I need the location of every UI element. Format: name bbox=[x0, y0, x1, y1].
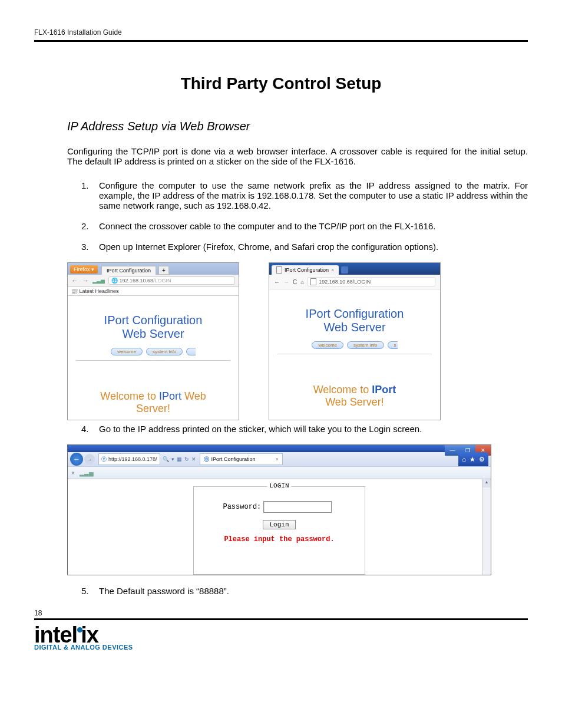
page-icon bbox=[310, 278, 316, 285]
section-heading: IP Address Setup via Web Browser bbox=[67, 120, 528, 133]
firefox-tab[interactable]: IPort Configuration bbox=[101, 266, 156, 275]
ie-screenshot: — ❐ ✕ ← → ⓔ http://192.168.0.178/ 🔍▾ ▦ ↻… bbox=[67, 444, 491, 575]
home-icon[interactable]: ⌂ bbox=[462, 456, 466, 463]
page-title: Third Party Control Setup bbox=[34, 74, 528, 93]
ie-tab[interactable]: ⓔ IPort Configuration × bbox=[200, 453, 283, 465]
close-tab-icon[interactable]: × bbox=[276, 456, 279, 462]
brand-logo: intelix DIGITAL & ANALOG DEVICES bbox=[34, 625, 528, 651]
login-fieldset: LOGIN Password: Login Please input the p… bbox=[193, 486, 365, 575]
step-4-text: Go to the IP address printed on the stic… bbox=[99, 424, 422, 434]
intro-paragraph: Configuring the TCP/IP port is done via … bbox=[67, 146, 528, 166]
chrome-tab[interactable]: IPort Configuration× bbox=[272, 265, 339, 275]
brand-tagline: DIGITAL & ANALOG DEVICES bbox=[34, 644, 133, 651]
firefox-bookmark-bar[interactable]: 📰 Latest Headlines bbox=[68, 287, 239, 296]
ie-forward-button[interactable]: → bbox=[84, 454, 95, 465]
footer-rule bbox=[34, 618, 528, 620]
page-icon bbox=[276, 266, 282, 274]
chrome-screenshot: IPort Configuration× ← → C ⌂ 192.168.10.… bbox=[269, 262, 441, 420]
login-button[interactable]: Login bbox=[263, 520, 295, 529]
reload-icon[interactable]: C bbox=[293, 279, 297, 285]
chrome-url-bar[interactable]: 192.168.10.68/LOGIN bbox=[308, 277, 435, 286]
nav-pill-cropped[interactable]: s bbox=[388, 341, 398, 349]
chrome-new-tab[interactable] bbox=[341, 266, 348, 274]
nav-pill-welcome[interactable]: welcome bbox=[312, 341, 343, 349]
ie-back-button[interactable]: ← bbox=[70, 453, 83, 466]
close-icon[interactable]: × bbox=[331, 267, 334, 273]
running-header: FLX-1616 Installation Guide bbox=[34, 28, 528, 42]
steps-list-cont2: 5.The Default password is “88888”. bbox=[67, 586, 528, 596]
firefox-url-bar[interactable]: 🌐 192.168.10.68/LOGIN bbox=[108, 276, 235, 285]
forward-icon[interactable]: → bbox=[82, 276, 89, 285]
refresh-icon[interactable]: ↻ bbox=[184, 456, 189, 462]
ie-logo-icon: ⓔ bbox=[101, 456, 107, 463]
nav-pill-sysinfo[interactable]: system info bbox=[146, 348, 183, 355]
ie-url-bar[interactable]: ⓔ http://192.168.0.178/ bbox=[98, 453, 160, 465]
forward-icon[interactable]: → bbox=[283, 279, 289, 285]
password-label: Password: bbox=[200, 503, 261, 511]
back-icon[interactable]: ← bbox=[274, 279, 280, 285]
login-legend: LOGIN bbox=[267, 482, 291, 489]
step-2-text: Connect the crossover cable to the compu… bbox=[99, 221, 435, 231]
iport-heading: IPort ConfigurationWeb Server bbox=[72, 314, 234, 341]
home-icon[interactable]: ⌂ bbox=[300, 279, 304, 285]
step-5-text: The Default password is “88888”. bbox=[99, 586, 229, 596]
step-3-text: Open up Internet Explorer (Firefox, Chro… bbox=[99, 242, 438, 252]
login-error-text: Please input the password. bbox=[200, 535, 359, 543]
tools-icon[interactable]: ⚙ bbox=[479, 456, 485, 463]
back-icon[interactable]: ← bbox=[71, 276, 78, 285]
iport-heading: IPort ConfigurationWeb Server bbox=[274, 307, 435, 334]
password-input[interactable] bbox=[263, 501, 332, 513]
step-4: 4.Go to the IP address printed on the st… bbox=[67, 424, 528, 434]
firefox-new-tab[interactable]: + bbox=[158, 266, 169, 275]
browser-screenshots-row: Firefox ▾ IPort Configuration + ← → ▂▃▅ … bbox=[67, 262, 528, 420]
compat-icon[interactable]: ▦ bbox=[177, 456, 182, 462]
welcome-text: Welcome to IPort WebServer! bbox=[72, 390, 234, 415]
step-3: 3.Open up Internet Explorer (Firefox, Ch… bbox=[67, 242, 528, 252]
search-icon[interactable]: 🔍 bbox=[163, 456, 169, 462]
firefox-screenshot: Firefox ▾ IPort Configuration + ← → ▂▃▅ … bbox=[67, 262, 239, 420]
ie-page-icon: ⓔ bbox=[204, 456, 209, 463]
firefox-menu-button[interactable]: Firefox ▾ bbox=[70, 265, 98, 274]
step-5: 5.The Default password is “88888”. bbox=[67, 586, 528, 596]
nav-pill-cropped[interactable] bbox=[186, 348, 195, 355]
steps-list: 1.Configure the computer to use the same… bbox=[67, 180, 528, 252]
steps-list-cont: 4.Go to the IP address printed on the st… bbox=[67, 424, 528, 434]
nav-pill-sysinfo[interactable]: system info bbox=[347, 341, 384, 349]
ie-url-actions: 🔍▾ ▦ ↻ ✕ bbox=[160, 456, 199, 462]
stop-icon[interactable]: ✕ bbox=[191, 456, 196, 462]
step-1: 1.Configure the computer to use the same… bbox=[67, 180, 528, 210]
nav-pill-welcome[interactable]: welcome bbox=[111, 348, 143, 355]
step-1-text: Configure the computer to use the same n… bbox=[99, 180, 528, 210]
signal-icon: ▂▃▅ bbox=[92, 278, 105, 284]
ie-scrollbar[interactable]: ▴ bbox=[482, 479, 491, 575]
minimize-button[interactable]: — bbox=[445, 445, 460, 456]
scroll-up-icon[interactable]: ▴ bbox=[482, 479, 491, 487]
welcome-text: Welcome to IPortWeb Server! bbox=[274, 384, 435, 409]
favorites-icon[interactable]: ★ bbox=[470, 456, 475, 463]
page-number: 18 bbox=[34, 609, 528, 617]
close-bar-icon[interactable]: × bbox=[71, 470, 75, 476]
step-2: 2.Connect the crossover cable to the com… bbox=[67, 221, 528, 231]
signal-icon: ▂▃▅ bbox=[80, 470, 94, 476]
